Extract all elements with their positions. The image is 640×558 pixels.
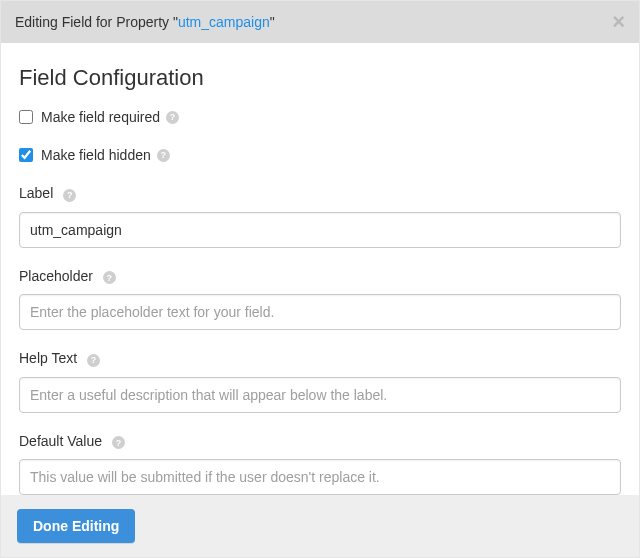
section-title: Field Configuration: [19, 65, 621, 91]
required-checkbox-label: Make field required: [41, 109, 160, 125]
hidden-checkbox[interactable]: [19, 148, 33, 162]
modal-header: Editing Field for Property "utm_campaign…: [1, 1, 639, 43]
modal-footer: Done Editing: [1, 495, 639, 557]
title-prefix: Editing Field for Property ": [15, 14, 178, 30]
help-text-field-label-text: Help Text: [19, 350, 77, 366]
help-text-field-label: Help Text ?: [19, 350, 621, 367]
placeholder-field-label-text: Placeholder: [19, 268, 93, 284]
default-value-group: Default Value ?: [19, 433, 621, 496]
title-property[interactable]: utm_campaign: [178, 14, 270, 30]
required-checkbox[interactable]: [19, 110, 33, 124]
field-config-modal: Editing Field for Property "utm_campaign…: [0, 0, 640, 558]
placeholder-group: Placeholder ?: [19, 268, 621, 331]
help-icon[interactable]: ?: [63, 189, 76, 202]
placeholder-input[interactable]: [19, 294, 621, 330]
modal-title: Editing Field for Property "utm_campaign…: [15, 14, 275, 30]
default-value-field-label: Default Value ?: [19, 433, 621, 450]
help-icon[interactable]: ?: [112, 436, 125, 449]
title-suffix: ": [270, 14, 275, 30]
hidden-checkbox-row: Make field hidden ?: [19, 147, 621, 163]
done-editing-button[interactable]: Done Editing: [17, 509, 135, 543]
help-icon[interactable]: ?: [157, 149, 170, 162]
help-icon[interactable]: ?: [87, 354, 100, 367]
label-field-label: Label ?: [19, 185, 621, 202]
help-text-group: Help Text ?: [19, 350, 621, 413]
help-icon[interactable]: ?: [103, 271, 116, 284]
required-checkbox-row: Make field required ?: [19, 109, 621, 125]
placeholder-field-label: Placeholder ?: [19, 268, 621, 285]
modal-body: Field Configuration Make field required …: [1, 43, 639, 495]
close-icon[interactable]: ×: [612, 11, 625, 33]
default-value-field-label-text: Default Value: [19, 433, 102, 449]
default-value-input[interactable]: [19, 459, 621, 495]
label-field-label-text: Label: [19, 185, 53, 201]
hidden-checkbox-label: Make field hidden: [41, 147, 151, 163]
help-text-input[interactable]: [19, 377, 621, 413]
label-group: Label ?: [19, 185, 621, 248]
help-icon[interactable]: ?: [166, 111, 179, 124]
label-input[interactable]: [19, 212, 621, 248]
